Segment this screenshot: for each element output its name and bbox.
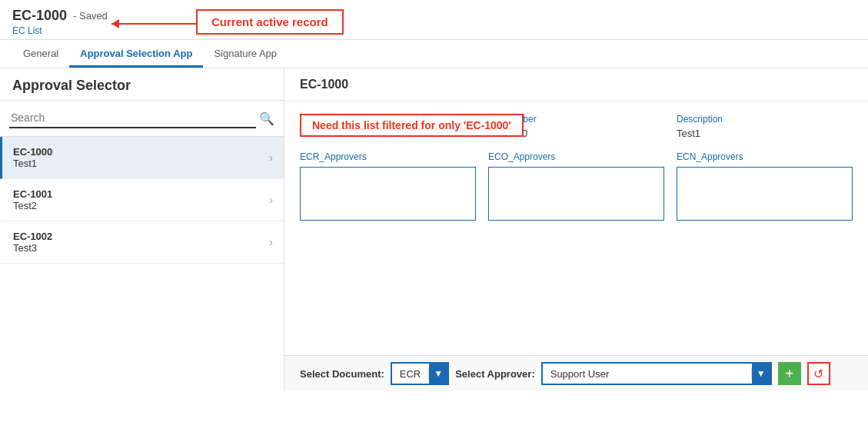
search-input[interactable] — [9, 108, 256, 128]
annotation-current-record: Current active record — [196, 9, 344, 35]
select-approver-label: Select Approver: — [455, 368, 535, 380]
ecn-approvers-label: ECN_Approvers — [677, 151, 853, 162]
list-item-chevron-icon: › — [269, 194, 273, 206]
select-approver-button[interactable]: Support User ▼ — [541, 362, 772, 385]
add-button[interactable]: + — [778, 362, 801, 385]
search-container: 🔍 — [0, 101, 284, 137]
search-icon[interactable]: 🔍 — [259, 111, 274, 126]
list-item[interactable]: EC-1001 Test2 › — [0, 179, 284, 221]
list-item-name: Test1 — [13, 158, 269, 169]
list-item[interactable]: EC-1002 Test3 › — [0, 221, 284, 264]
saved-label: - Saved — [73, 10, 108, 22]
list-item-text: EC-1002 Test3 — [13, 231, 269, 254]
field-description: Description Test1 — [677, 114, 853, 139]
tab-signature-app[interactable]: Signature App — [203, 42, 288, 68]
annotation-text: Current active record — [211, 15, 328, 28]
list-item-id: EC-1002 — [13, 231, 269, 242]
undo-icon: ↺ — [813, 367, 823, 381]
tab-approval-selection-app[interactable]: Approval Selection App — [69, 42, 203, 68]
right-panel-title: EC-1000 — [284, 68, 868, 101]
ecn-approvers-box: ECN_Approvers — [677, 151, 853, 221]
field-description-value: Test1 — [677, 128, 853, 139]
ecr-approvers-list[interactable] — [300, 167, 476, 221]
approver-chevron-icon: ▼ — [752, 364, 770, 384]
approver-value: Support User — [543, 368, 752, 380]
annotation-filter-text: Need this list filtered for only 'EC-100… — [312, 119, 511, 131]
bottom-bar: Select Document: ECR ▼ Select Approver: … — [284, 355, 868, 391]
eco-approvers-box: ECO_Approvers — [488, 151, 664, 221]
ec-list-link[interactable]: EC List — [12, 25, 856, 36]
list-item-id: EC-1000 — [13, 146, 269, 158]
list-items: EC-1000 Test1 › EC-1001 Test2 › EC-1002 … — [0, 137, 284, 391]
document-chevron-icon: ▼ — [429, 364, 447, 384]
document-value: ECR — [392, 368, 429, 380]
list-item[interactable]: EC-1000 Test1 › — [0, 137, 284, 179]
ecn-approvers-list[interactable] — [677, 167, 853, 221]
list-item-text: EC-1000 Test1 — [13, 146, 269, 169]
record-title: EC-1000 - Saved — [12, 8, 856, 24]
tab-bar: General Approval Selection App Signature… — [0, 42, 868, 68]
eco-approvers-label: ECO_Approvers — [488, 151, 664, 162]
list-item-name: Test3 — [13, 242, 269, 254]
tab-general[interactable]: General — [12, 42, 69, 68]
approval-selector-title: Approval Selector — [0, 68, 284, 101]
approvers-grid: ECR_Approvers ECO_Approvers ECN_Approver… — [284, 151, 868, 228]
list-item-chevron-icon: › — [269, 236, 273, 248]
list-item-id: EC-1001 — [13, 188, 269, 200]
left-panel: Approval Selector 🔍 EC-1000 Test1 › EC-1… — [0, 68, 284, 391]
list-item-name: Test2 — [13, 200, 269, 211]
record-id: EC-1000 — [12, 8, 67, 24]
ecr-approvers-label: ECR_Approvers — [300, 151, 476, 162]
annotation-arrow-left — [111, 23, 196, 25]
select-document-button[interactable]: ECR ▼ — [391, 362, 449, 385]
undo-button[interactable]: ↺ — [807, 362, 830, 385]
ecr-approvers-box: ECR_Approvers — [300, 151, 476, 221]
field-description-label: Description — [677, 114, 853, 125]
list-item-text: EC-1001 Test2 — [13, 188, 269, 211]
eco-approvers-list[interactable] — [488, 167, 664, 221]
annotation-filter: Need this list filtered for only 'EC-100… — [300, 114, 524, 137]
select-document-label: Select Document: — [300, 368, 384, 380]
header: EC-1000 - Saved EC List — [0, 0, 868, 40]
list-item-chevron-icon: › — [269, 151, 273, 164]
